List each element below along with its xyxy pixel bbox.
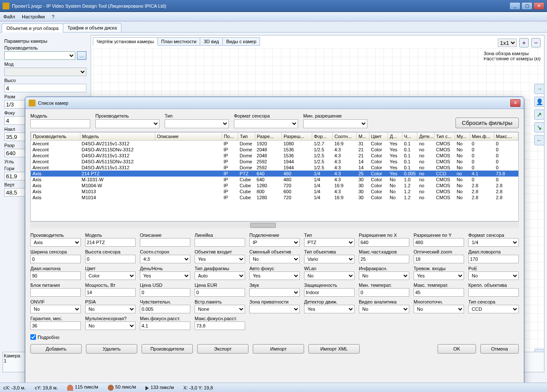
detail-input[interactable] (414, 255, 464, 263)
menu-file[interactable]: Файл (3, 14, 15, 19)
table-header[interactable]: Цвет (369, 133, 388, 141)
detail-input[interactable]: 4:3 (140, 255, 190, 263)
detail-input[interactable]: CCD (468, 305, 519, 313)
table-row[interactable]: AxisM1013IPCube8006001/44:330ColorNo1.2n… (31, 189, 518, 195)
browse-button[interactable]: … (77, 51, 86, 60)
table-header[interactable]: Ч... (402, 133, 417, 141)
table-header[interactable]: М... (357, 133, 369, 141)
detail-input[interactable]: Auto (195, 271, 245, 280)
detail-input[interactable]: Vario (304, 255, 355, 263)
filter-sensor-format-select[interactable] (234, 119, 298, 128)
tab-lens-fov[interactable]: Объектив и угол обзора (2, 24, 63, 32)
close-button[interactable]: ✕ (533, 2, 544, 10)
height-input[interactable] (4, 84, 86, 92)
detail-input[interactable] (85, 288, 136, 297)
detail-input[interactable]: Yes (304, 305, 355, 313)
import-button[interactable]: Импорт (253, 344, 304, 354)
detailed-checkbox[interactable] (30, 334, 36, 340)
table-header[interactable]: Мин.ф... (470, 133, 494, 141)
detail-input[interactable] (468, 288, 519, 297)
detail-input[interactable] (140, 305, 190, 313)
table-header[interactable]: По... (222, 133, 238, 141)
detail-input[interactable]: IP (249, 238, 300, 247)
subtab-drawing[interactable]: Чертёж установки камеры (93, 37, 158, 46)
table-header[interactable]: Макс.... (494, 133, 518, 141)
subtab-plan[interactable]: План местности (157, 37, 201, 46)
subtab-views[interactable]: Виды с камер (222, 37, 260, 46)
table-header[interactable]: Дете... (417, 133, 435, 141)
detail-input[interactable] (30, 271, 81, 280)
arrow-left-icon[interactable]: ← (534, 135, 544, 145)
table-row[interactable]: AxisM-1031-WIPCube6404801/44:330ColorNo1… (31, 177, 518, 183)
table-row[interactable]: ArecontD4SO-AV5115DNv-3312IPDome25921944… (31, 159, 518, 165)
cancel-button[interactable]: Отмена (480, 344, 519, 354)
filter-type-select[interactable] (165, 119, 229, 128)
detail-input[interactable]: PTZ (304, 238, 355, 247)
filter-manufacturer-select[interactable] (95, 119, 160, 128)
table-header[interactable]: Тип с... (434, 133, 455, 141)
detail-input[interactable]: Axis (30, 238, 81, 247)
detail-input[interactable] (359, 255, 409, 263)
menu-help[interactable]: ? (52, 14, 54, 19)
table-row[interactable]: AxisM1004-WIPCube12807201/416:930ColorNo… (31, 183, 518, 189)
hscroll-thumb[interactable] (250, 223, 276, 228)
detail-input[interactable]: Color (85, 271, 136, 280)
detail-input[interactable] (304, 288, 355, 297)
detail-input[interactable]: No (30, 305, 81, 313)
maximize-button[interactable]: ▢ (521, 2, 532, 10)
table-row[interactable]: ArecontD4SO-AV3115v1-3312IPDome204815361… (31, 153, 518, 159)
detail-input[interactable] (30, 255, 81, 263)
detail-input[interactable] (359, 238, 409, 247)
zoom-out-button[interactable]: − (531, 38, 541, 47)
detail-input[interactable]: 1/4 (468, 238, 519, 247)
tab-traffic-disk[interactable]: Трафик и объем диска (63, 23, 122, 32)
arrow-right-icon[interactable]: → (534, 84, 544, 94)
detail-input[interactable] (468, 255, 519, 263)
detail-input[interactable]: No (468, 271, 519, 280)
detail-input[interactable] (414, 288, 464, 297)
detail-input[interactable]: No (85, 321, 136, 330)
dialog-close-button[interactable]: ✕ (510, 99, 520, 107)
detail-input[interactable]: Yes (140, 271, 190, 280)
import-xml-button[interactable]: Импорт XML (308, 344, 360, 354)
detail-input[interactable]: No (304, 271, 355, 280)
filter-min-res-select[interactable] (303, 119, 367, 128)
detail-input[interactable] (140, 238, 190, 247)
camera-table[interactable]: ПроизводительМодельОписаниеПо...ТипРазре… (31, 132, 518, 141)
detail-input[interactable]: No (414, 305, 464, 313)
detail-input[interactable]: No (359, 305, 409, 313)
table-scroll[interactable]: ArecontD4SO-AV2115v1-3312IPDome192010801… (31, 141, 518, 218)
filter-model-input[interactable] (30, 119, 90, 128)
detail-input[interactable]: Yes (249, 271, 300, 280)
detail-input[interactable] (249, 288, 300, 297)
table-header[interactable]: Му... (455, 133, 470, 141)
table-row[interactable]: Axis214 PTZIPPTZ6404801/44:325ColorYes0.… (31, 171, 518, 177)
detail-input[interactable]: No (359, 271, 409, 280)
table-row[interactable]: ArecontD4SO-AV5115v1-3312IPDome259219441… (31, 165, 518, 171)
table-header[interactable]: Д... (388, 133, 402, 141)
table-header[interactable]: Описание (155, 133, 222, 141)
scale-select[interactable]: 1x1 (498, 38, 517, 47)
detail-input[interactable] (85, 255, 136, 263)
detail-input[interactable] (140, 321, 190, 330)
detail-input[interactable]: No (249, 255, 300, 263)
manufacturers-button[interactable]: Производители (142, 344, 193, 354)
delete-button[interactable]: Удалить (86, 344, 137, 354)
detail-input[interactable] (195, 288, 245, 297)
person-icon[interactable]: 👤 (534, 97, 544, 107)
table-header[interactable]: Разре... (255, 133, 282, 141)
detail-input[interactable]: None (195, 305, 245, 313)
detail-input[interactable] (359, 288, 409, 297)
ok-button[interactable]: OK (438, 344, 476, 354)
table-header[interactable]: Разреш... (282, 133, 312, 141)
table-header[interactable]: Модель (80, 133, 155, 141)
reset-filters-button[interactable]: Сбросить фильтры (455, 118, 519, 128)
detail-input[interactable]: Yes (195, 255, 245, 263)
table-row[interactable]: ArecontD4SO-AV2115v1-3312IPDome192010801… (31, 141, 518, 147)
model-select[interactable] (4, 68, 86, 76)
detail-input[interactable] (140, 288, 190, 297)
table-row[interactable]: AxisM1014IPCube12807201/416:930ColorNo1.… (31, 195, 518, 200)
detail-input[interactable] (414, 238, 464, 247)
export-button[interactable]: Экспорт (197, 344, 248, 354)
detail-input[interactable]: Yes (414, 271, 464, 280)
